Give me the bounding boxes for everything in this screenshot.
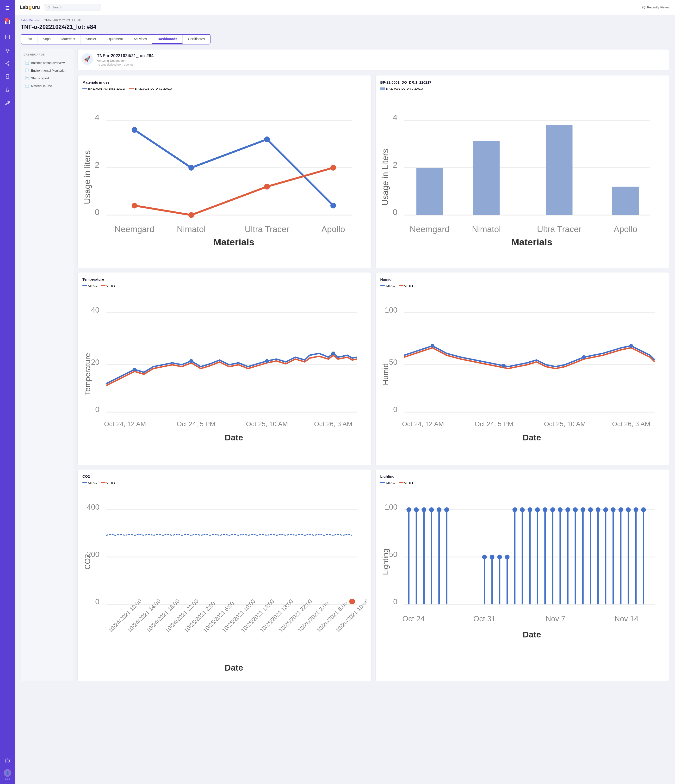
svg-line-22 <box>50 8 50 8</box>
temperature-chart-title: Temperature <box>82 277 367 282</box>
chart-materials-in-use: Materials in use BP-22.0001_AM_DR:1_2202… <box>78 75 372 268</box>
co2-line-chart: 400 200 0 CO2 10/24/2021 <box>82 486 367 675</box>
svg-text:Lighting: Lighting <box>381 549 389 575</box>
doc-icon-1: 📄 <box>25 61 29 65</box>
sidebar: ☰ 1 👤 6.0.8 <box>0 0 15 784</box>
svg-point-142 <box>512 507 517 512</box>
notification-badge: 1 <box>5 18 9 22</box>
svg-point-21 <box>48 6 50 8</box>
search-input[interactable] <box>52 6 98 9</box>
svg-point-41 <box>188 212 194 218</box>
breadcrumb-parent[interactable]: Batch Records <box>21 19 40 22</box>
svg-text:10/24/2021 14:00: 10/24/2021 14:00 <box>126 598 162 633</box>
svg-text:0: 0 <box>95 207 100 217</box>
svg-point-172 <box>626 507 631 512</box>
svg-point-138 <box>497 555 502 559</box>
biotech-icon[interactable] <box>5 71 10 84</box>
svg-point-99 <box>349 599 355 604</box>
svg-point-128 <box>429 507 434 512</box>
network-icon[interactable] <box>5 58 10 71</box>
tab-info[interactable]: Info <box>21 34 37 44</box>
svg-text:Oct 24: Oct 24 <box>402 614 425 623</box>
page-title: TNF-α-20221024/21_lot: #84 <box>21 23 669 30</box>
svg-text:Date: Date <box>523 630 541 639</box>
svg-text:10/24/2021 10:00: 10/24/2021 10:00 <box>107 598 143 633</box>
tab-equipment[interactable]: Equipment <box>101 34 128 44</box>
clock-icon <box>642 6 645 9</box>
sidebar-item-material-in-use[interactable]: 📄 Material In Use <box>23 82 71 90</box>
svg-text:10/24/2021 18:00: 10/24/2021 18:00 <box>145 598 181 633</box>
svg-text:0: 0 <box>95 597 100 606</box>
avatar[interactable]: 👤 <box>4 769 11 777</box>
svg-text:Neemgard: Neemgard <box>410 224 449 234</box>
tab-certificates[interactable]: Certificates <box>183 34 210 44</box>
recently-viewed-button[interactable]: Recently Viewed <box>642 6 670 9</box>
svg-point-130 <box>437 507 442 512</box>
sidebar-item-batches-status[interactable]: 📄 Batches status overview <box>23 59 71 67</box>
svg-point-132 <box>444 507 449 512</box>
svg-point-15 <box>6 63 7 64</box>
ideas-icon[interactable] <box>5 44 10 58</box>
svg-text:40: 40 <box>91 306 100 314</box>
doc-icon-4: 📄 <box>25 84 29 88</box>
svg-text:Usage in liters: Usage in liters <box>82 150 92 204</box>
svg-point-38 <box>264 137 270 142</box>
tab-dashboards[interactable]: Dashboards <box>152 34 183 44</box>
humid-line-chart: 100 50 0 Humid <box>380 289 664 459</box>
tab-activities[interactable]: Activities <box>128 34 152 44</box>
svg-text:0: 0 <box>393 597 397 606</box>
tools-icon[interactable] <box>5 97 10 110</box>
search-icon <box>47 6 50 9</box>
svg-point-156 <box>565 507 570 512</box>
doc-icon-2: 📄 <box>25 68 29 72</box>
search-box[interactable] <box>44 4 101 11</box>
materials-legend: BP-22.0001_AM_DR:1_220217 BP-22.0002_DQ_… <box>82 87 367 90</box>
svg-point-158 <box>573 507 578 512</box>
science-icon[interactable] <box>5 84 10 97</box>
svg-text:Oct 24, 5 PM: Oct 24, 5 PM <box>177 420 215 428</box>
breadcrumb-current: TNF-α-20221024/21_lot: #84 <box>44 19 81 22</box>
svg-point-126 <box>421 507 426 512</box>
tab-materials[interactable]: Materials <box>56 34 81 44</box>
doc-icon-3: 📄 <box>25 76 29 80</box>
svg-text:4: 4 <box>95 113 100 122</box>
svg-rect-53 <box>546 125 572 215</box>
svg-point-122 <box>406 507 411 512</box>
co2-legend: GH A-1 GH B-1 <box>82 481 367 484</box>
co2-chart-title: CO2 <box>82 474 367 478</box>
svg-text:10/25/2021 22:00: 10/25/2021 22:00 <box>278 598 313 633</box>
chart-lighting: Lighting GH A-1 GH B-1 <box>375 469 669 681</box>
humid-legend: GH A-1 GH B-1 <box>380 284 664 287</box>
svg-text:Humid: Humid <box>381 363 389 385</box>
hamburger-icon[interactable]: ☰ <box>2 2 12 14</box>
svg-point-85 <box>582 355 586 359</box>
svg-text:10/24/2021 22:00: 10/24/2021 22:00 <box>164 598 200 633</box>
svg-text:Temperature: Temperature <box>83 353 92 395</box>
svg-line-17 <box>7 64 8 65</box>
batch-records-icon[interactable]: 1 <box>5 16 10 29</box>
tab-sops[interactable]: Sops <box>37 34 56 44</box>
svg-point-43 <box>330 165 336 171</box>
logo: Lab g uru <box>20 5 40 10</box>
svg-text:Date: Date <box>225 433 243 442</box>
help-icon[interactable] <box>5 755 10 768</box>
svg-point-84 <box>501 364 505 368</box>
sidebar-item-env-monitoring[interactable]: 📄 Environmental Monitori... <box>23 67 71 74</box>
svg-text:Usage in Liters: Usage in Liters <box>380 149 390 205</box>
tabs-bar: Info Sops Materials Stocks Equipment Act… <box>21 34 210 44</box>
svg-point-168 <box>611 507 615 512</box>
lighting-chart-title: Lighting <box>380 474 664 478</box>
tab-stocks[interactable]: Stocks <box>81 34 101 44</box>
header-description: Amazing Description <box>97 59 154 62</box>
svg-text:Oct 24, 12 AM: Oct 24, 12 AM <box>104 420 146 428</box>
tasks-icon[interactable] <box>5 31 10 44</box>
svg-text:Oct 24, 12 AM: Oct 24, 12 AM <box>402 420 444 428</box>
sidebar-item-status-report[interactable]: 📄 Status report <box>23 74 71 82</box>
svg-text:0: 0 <box>393 405 397 414</box>
svg-text:4: 4 <box>393 113 397 122</box>
bp-bar-chart: 4 2 0 Usage in Liters <box>380 92 664 262</box>
svg-text:Materials: Materials <box>511 236 552 247</box>
svg-point-70 <box>331 352 335 355</box>
svg-text:Oct 26, 3 AM: Oct 26, 3 AM <box>314 420 352 428</box>
svg-text:10/25/2021 18:00: 10/25/2021 18:00 <box>258 598 294 633</box>
